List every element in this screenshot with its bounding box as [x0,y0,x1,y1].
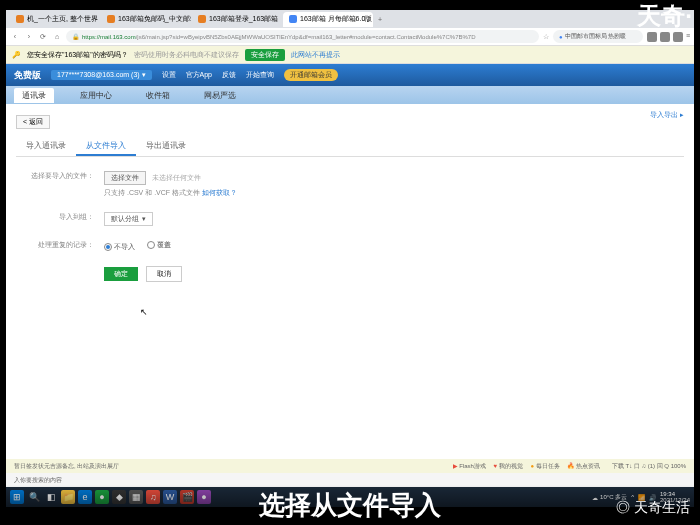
subnav-contacts[interactable]: 通讯录 [14,88,54,103]
home-icon[interactable]: ⌂ [52,32,62,42]
user-badge[interactable]: 177****7308@163.com (3) ▾ [51,70,152,80]
group-select[interactable]: 默认分组▾ [104,212,153,226]
status-bar-1: 暂日签发状元吉源备忘, 出站及演出展厅 ▶ Flash游戏 ♥ 我的视觉 ● 每… [6,459,694,473]
tab-export-contacts[interactable]: 导出通讯录 [136,137,196,156]
tab-import-contacts[interactable]: 导入通讯录 [16,137,76,156]
nav-query[interactable]: 开始查询 [246,70,274,80]
forward-icon[interactable]: › [24,32,34,42]
import-tabs: 导入通讯录 从文件导入 导出通讯录 [16,137,684,157]
help-link[interactable]: 如何获取？ [202,189,237,196]
import-form: 选择要导入的文件： 选择文件 未选择任何文件 只支持 .CSV 和 .VCF 格… [16,157,684,310]
choose-file-button[interactable]: 选择文件 [104,171,146,185]
browser-tabbar: 机_一个主页, 整个世界 163邮箱免邮码_中文邮箱第一 163邮箱登录_163… [6,10,694,28]
save-password-button[interactable]: 安全保存 [245,49,285,61]
upgrade-button[interactable]: 开通邮箱会员 [284,69,338,81]
screen: 机_一个主页, 整个世界 163邮箱免邮码_中文邮箱第一 163邮箱登录_163… [6,10,694,507]
ext-icon[interactable] [647,32,657,42]
browser-tab[interactable]: 163邮箱免邮码_中文邮箱第一 [101,12,191,27]
nav-settings[interactable]: 设置 [162,70,176,80]
radio-icon [147,241,155,249]
save-prompt-text: 您安全保存"163邮箱"的密码吗？ [27,50,128,60]
mail-subnav: 通讯录 应用中心 收件箱 网易严选 [6,86,694,104]
browser-tab-active[interactable]: 163邮箱 月每邮箱6.0版× [283,12,373,27]
back-icon[interactable]: ‹ [10,32,20,42]
confirm-button[interactable]: 确定 [104,267,138,281]
search-input[interactable]: ●中国邮市国标局 热剧暖 [553,30,643,43]
address-bar: ‹ › ⟳ ⌂ 🔒 https://mail.163.com/js6/main.… [6,28,694,46]
subnav-yanxuan[interactable]: 网易严选 [196,88,244,103]
nav-feedback[interactable]: 反馈 [222,70,236,80]
duplicate-label: 处理重复的记录： [24,240,104,250]
lock-icon: 🔒 [72,33,79,40]
cursor-icon: ↖ [140,307,148,317]
reload-icon[interactable]: ⟳ [38,32,48,42]
video-caption: 选择从文件导入 [0,485,700,525]
extension-icons: ≡ [647,32,690,42]
radio-skip[interactable]: 不导入 [104,242,135,252]
tab-import-file[interactable]: 从文件导入 [76,137,136,156]
favorite-icon[interactable]: ☆ [543,33,549,41]
ext-icon[interactable] [660,32,670,42]
watermark-bottom: ◎ 天奇生活 [616,499,690,517]
chevron-down-icon: ▾ [142,215,146,223]
file-status: 未选择任何文件 [152,174,201,181]
group-label: 导入到组： [24,212,104,222]
file-label: 选择要导入的文件： [24,171,104,181]
content-area: < 返回 导入导出 ▸ 导入通讯录 从文件导入 导出通讯录 选择要导入的文件： … [6,104,694,471]
password-save-bar: 🔑 您安全保存"163邮箱"的密码吗？ 密码使用时务必科电商不建议保存 安全保存… [6,46,694,64]
radio-icon [104,243,112,251]
subnav-inbox[interactable]: 收件箱 [138,88,178,103]
radio-overwrite[interactable]: 覆盖 [147,240,171,250]
menu-icon[interactable]: ≡ [686,32,690,42]
new-tab-button[interactable]: + [374,16,386,23]
nav-app[interactable]: 官方App [186,70,212,80]
url-input[interactable]: 🔒 https://mail.163.com/js6/main.jsp?sid=… [66,30,539,43]
subnav-apps[interactable]: 应用中心 [72,88,120,103]
export-link[interactable]: 导入导出 ▸ [650,110,684,120]
save-hint-text: 密码使用时务必科电商不建议保存 [134,50,239,60]
logo: 免费版 [14,69,41,82]
browser-tab[interactable]: 163邮箱登录_163邮箱 [192,12,282,27]
cancel-button[interactable]: 取消 [146,266,182,282]
never-save-link[interactable]: 此网站不再提示 [291,50,340,60]
key-icon: 🔑 [12,51,21,59]
back-button[interactable]: < 返回 [16,115,50,129]
ext-icon[interactable] [673,32,683,42]
format-hint: 只支持 .CSV 和 .VCF 格式文件 [104,189,200,196]
browser-tab[interactable]: 机_一个主页, 整个世界 [10,12,100,27]
mail-header: 免费版 177****7308@163.com (3) ▾ 设置 官方App 反… [6,64,694,86]
watermark-top: 天奇· [637,0,692,32]
